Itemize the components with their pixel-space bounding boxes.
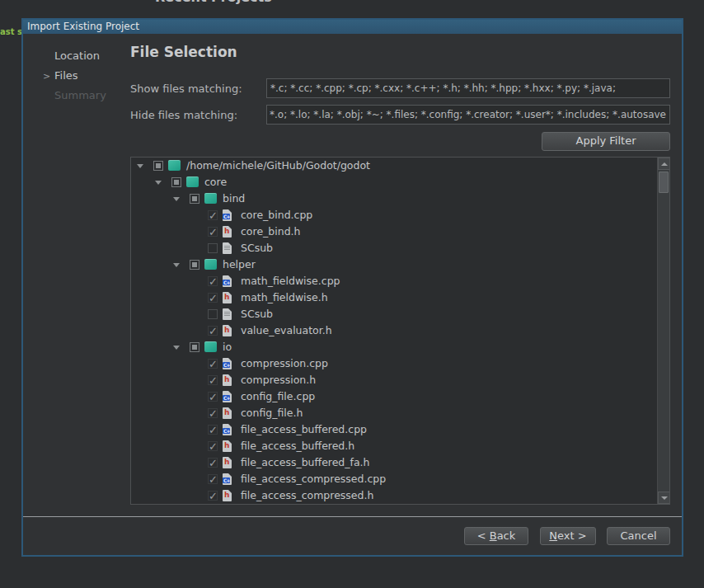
item-checkbox-partial[interactable] xyxy=(171,177,181,187)
tree-item[interactable]: ✓file_access_compressed.cpp xyxy=(131,471,669,487)
hide-files-label: Hide files matching: xyxy=(130,109,237,121)
tree-item-label: io xyxy=(223,339,232,355)
chevron-right-icon: > xyxy=(43,71,54,82)
tree-item[interactable]: SCsub xyxy=(131,306,669,322)
tree-item[interactable]: ✓config_file.cpp xyxy=(131,388,669,405)
tree-item-label: helper xyxy=(223,256,256,273)
apply-filter-button[interactable]: Apply Filter xyxy=(542,132,670,151)
tree-item[interactable]: ✓core_bind.cpp xyxy=(131,207,669,223)
h-file-icon xyxy=(223,490,232,501)
show-files-value: *.c; *.cc; *.cpp; *.cp; *.cxx; *.c++; *.… xyxy=(270,82,616,94)
import-existing-project-dialog: Import Existing Project Location >Files … xyxy=(21,18,683,557)
file-tree[interactable]: /home/michele/GitHub/Godot/godotcorebind… xyxy=(130,157,670,505)
item-checkbox-checked[interactable]: ✓ xyxy=(208,227,218,237)
scrollbar-thumb[interactable] xyxy=(659,172,669,193)
expander-chevron-down-icon[interactable] xyxy=(155,181,162,185)
tree-item-label: math_fieldwise.cpp xyxy=(241,273,340,289)
h-file-icon xyxy=(223,226,232,238)
h-file-icon xyxy=(223,457,232,468)
vertical-scrollbar[interactable] xyxy=(657,158,669,504)
background-link-fragment[interactable]: ast s xyxy=(0,27,22,36)
item-checkbox-unchecked[interactable] xyxy=(208,243,218,253)
item-checkbox-checked[interactable]: ✓ xyxy=(208,425,218,435)
expander-chevron-down-icon[interactable] xyxy=(173,263,180,267)
tree-item-label: /home/michele/GitHub/Godot/godot xyxy=(186,158,370,174)
scroll-down-button[interactable] xyxy=(658,492,670,504)
item-checkbox-checked[interactable]: ✓ xyxy=(208,474,218,484)
folder-icon xyxy=(168,160,181,171)
back-button[interactable]: < Back xyxy=(464,527,528,545)
scroll-up-button[interactable] xyxy=(658,158,670,170)
tree-item-label: SCsub xyxy=(241,240,273,256)
tree-item-label: core xyxy=(204,174,227,191)
item-checkbox-checked[interactable]: ✓ xyxy=(208,293,218,303)
wizard-step-files: >Files xyxy=(43,69,78,82)
item-checkbox-checked[interactable]: ✓ xyxy=(208,392,218,402)
folder-icon xyxy=(204,193,217,204)
tree-item-label: file_access_buffered.h xyxy=(241,438,354,454)
item-checkbox-checked[interactable]: ✓ xyxy=(208,210,218,220)
tree-item[interactable]: ✓file_access_buffered.h xyxy=(131,438,669,454)
show-files-input[interactable]: *.c; *.cc; *.cpp; *.cp; *.cxx; *.c++; *.… xyxy=(266,78,670,98)
tree-item[interactable]: core xyxy=(131,174,669,191)
tree-item[interactable]: ✓core_bind.h xyxy=(131,223,669,240)
item-checkbox-partial[interactable] xyxy=(190,194,199,204)
file-tree-rows: /home/michele/GitHub/Godot/godotcorebind… xyxy=(131,158,669,504)
item-checkbox-checked[interactable]: ✓ xyxy=(208,458,218,468)
item-checkbox-unchecked[interactable] xyxy=(208,309,218,319)
tree-item[interactable]: ✓value_evaluator.h xyxy=(131,322,669,339)
cpp-file-icon xyxy=(223,358,232,369)
tree-item[interactable]: ✓file_access_buffered_fa.h xyxy=(131,454,669,471)
item-checkbox-checked[interactable]: ✓ xyxy=(208,276,218,286)
tree-item[interactable]: helper xyxy=(131,256,669,273)
item-checkbox-checked[interactable]: ✓ xyxy=(208,326,218,336)
item-checkbox-partial[interactable] xyxy=(153,161,163,171)
cpp-file-icon xyxy=(223,424,232,435)
wizard-step-location: Location xyxy=(43,49,100,62)
tree-item[interactable]: bind xyxy=(131,191,669,207)
expander-chevron-down-icon[interactable] xyxy=(137,164,143,168)
tree-item[interactable]: SCsub xyxy=(131,240,669,256)
tree-item-label: SCsub xyxy=(241,306,273,322)
h-file-icon xyxy=(223,292,232,303)
item-checkbox-checked[interactable]: ✓ xyxy=(208,408,218,418)
tree-item-label: file_access_buffered_fa.h xyxy=(241,454,370,471)
doc-file-icon xyxy=(223,308,232,320)
expander-chevron-down-icon[interactable] xyxy=(173,346,180,350)
item-checkbox-checked[interactable]: ✓ xyxy=(208,375,218,385)
h-file-icon xyxy=(223,440,232,452)
item-checkbox-checked[interactable]: ✓ xyxy=(208,491,218,501)
dialog-title: Import Existing Project xyxy=(27,21,139,32)
item-checkbox-checked[interactable]: ✓ xyxy=(208,441,218,451)
cancel-button[interactable]: Cancel xyxy=(607,527,670,545)
hide-files-value: *.o; *.lo; *.la; *.obj; *~; *.files; *.c… xyxy=(270,106,666,124)
tree-item[interactable]: /home/michele/GitHub/Godot/godot xyxy=(131,158,669,174)
expander-chevron-down-icon[interactable] xyxy=(173,197,180,201)
wizard-step-files-label: Files xyxy=(54,69,78,82)
item-checkbox-partial[interactable] xyxy=(190,342,199,352)
show-files-label: Show files matching: xyxy=(130,82,242,95)
tree-item-label: value_evaluator.h xyxy=(241,322,332,339)
h-file-icon xyxy=(223,325,232,336)
tree-item[interactable]: ✓math_fieldwise.cpp xyxy=(131,273,669,289)
tree-item[interactable]: ✓compression.cpp xyxy=(131,355,669,372)
footer-separator xyxy=(23,516,682,517)
dialog-body: Location >Files Summary File Selection S… xyxy=(23,34,682,555)
cpp-file-icon xyxy=(223,209,232,221)
next-button[interactable]: Next > xyxy=(540,527,596,545)
hide-files-input[interactable]: *.o; *.lo; *.la; *.obj; *~; *.files; *.c… xyxy=(266,105,670,125)
item-checkbox-checked[interactable]: ✓ xyxy=(208,359,218,369)
tree-item[interactable]: ✓compression.h xyxy=(131,372,669,388)
tree-item[interactable]: ✓file_access_buffered.cpp xyxy=(131,421,669,438)
tree-item[interactable]: io xyxy=(131,339,669,355)
tree-item-label: bind xyxy=(223,191,245,207)
tree-item[interactable]: ✓config_file.h xyxy=(131,405,669,421)
tree-item-label: file_access_compressed.h xyxy=(241,487,373,504)
item-checkbox-partial[interactable] xyxy=(190,260,199,270)
tree-item[interactable]: ✓math_fieldwise.h xyxy=(131,289,669,306)
dialog-title-bar[interactable]: Import Existing Project xyxy=(23,20,682,34)
tree-item-label: compression.cpp xyxy=(241,355,328,372)
back-button-text: ack xyxy=(497,529,516,542)
h-file-icon xyxy=(223,374,232,386)
tree-item[interactable]: ✓file_access_compressed.h xyxy=(131,487,669,504)
